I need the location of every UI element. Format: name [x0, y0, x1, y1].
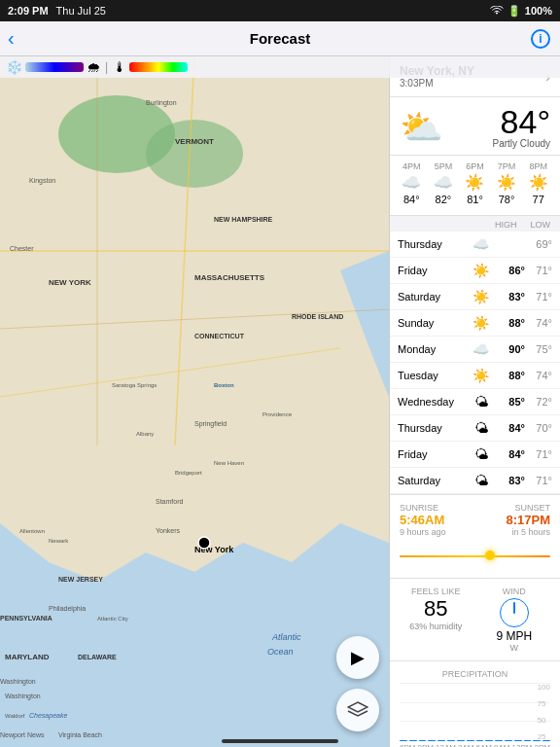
daily-low: 72° [525, 396, 552, 408]
hourly-item: 5PM ☁️ 82° [428, 161, 460, 205]
temp-legend [129, 62, 188, 72]
hourly-time: 7PM [498, 161, 516, 171]
play-button[interactable]: ▶ [336, 636, 379, 679]
precip-bar-wrap [428, 683, 436, 741]
svg-text:Springfield: Springfield [194, 420, 227, 428]
daily-forecast: Thursday ☁️ 69° Friday ☀️ 86° 71° Saturd… [390, 231, 560, 494]
hourly-icon: ☁️ [434, 173, 453, 192]
sunset-time: 8:17PM [506, 513, 550, 527]
wind-direction: W [510, 643, 519, 653]
svg-point-4 [146, 120, 243, 188]
precip-chart [400, 683, 550, 741]
svg-marker-46 [348, 702, 368, 712]
svg-text:Washington: Washington [5, 693, 41, 700]
weather-panel: New York, NY 3:03PM › ⛅ 84° Partly Cloud… [389, 56, 560, 747]
high-label: HIGH [495, 220, 517, 230]
hourly-item: 6PM ☀️ 81° [459, 161, 491, 205]
svg-text:Yonkers: Yonkers [156, 527, 181, 534]
back-button[interactable]: ‹ [8, 27, 15, 50]
daily-hl-header: HIGH LOW [390, 216, 560, 231]
precip-bar [542, 740, 550, 741]
map-panel[interactable]: Kingston Burlington Chester NEW YORK VER… [0, 56, 389, 747]
precip-bar [495, 740, 503, 741]
daily-low: 70° [525, 422, 552, 434]
daily-day-name: Thursday [398, 238, 464, 250]
daily-day-name: Saturday [398, 291, 464, 302]
svg-text:Allentown: Allentown [19, 528, 45, 534]
temp-icon: 🌡 [113, 59, 126, 75]
daily-row: Wednesday 🌤 85° 72° [390, 389, 560, 415]
daily-weather-icon: ☀️ [464, 289, 498, 304]
svg-text:Newport News: Newport News [0, 731, 45, 739]
precip-bar [428, 740, 436, 741]
home-indicator [222, 739, 338, 743]
precip-bar [447, 740, 455, 741]
svg-text:Virginia Beach: Virginia Beach [58, 731, 102, 739]
precip-bar-wrap [457, 683, 465, 741]
precip-x-labels: 6PM9PM12AM3AM6AM9AM12PM3PM [400, 743, 550, 747]
precipitation-section: PRECIPITATION 100755025 6PM9PM12AM3AM6AM… [390, 661, 560, 747]
wind-value: 9 MPH [496, 629, 532, 643]
svg-text:Waldorf: Waldorf [5, 713, 25, 719]
precip-bar [419, 740, 427, 741]
divider: | [105, 60, 108, 74]
info-button[interactable]: i [531, 29, 550, 49]
daily-low: 75° [525, 343, 552, 355]
sunset-sub: in 5 hours [506, 527, 550, 537]
precip-bar [485, 740, 493, 741]
daily-high: 83° [498, 291, 525, 302]
wind-block: WIND 9 MPH W [478, 587, 550, 653]
sunrise-block: SUNRISE 5:46AM 9 hours ago [400, 503, 446, 537]
svg-text:Atlantic: Atlantic [271, 632, 301, 642]
daily-row: Thursday 🌤 84° 70° [390, 415, 560, 442]
daily-day-name: Monday [398, 343, 464, 355]
daily-weather-icon: ☀️ [464, 263, 498, 278]
precip-x-label: 12AM [436, 743, 456, 747]
sun-row: SUNRISE 5:46AM 9 hours ago SUNSET 8:17PM… [400, 503, 550, 537]
svg-point-42 [198, 537, 210, 549]
feels-like-value: 85 [424, 596, 447, 622]
svg-text:DELAWARE: DELAWARE [78, 654, 117, 660]
layers-button[interactable] [336, 689, 379, 731]
svg-text:Boston: Boston [214, 382, 234, 388]
daily-high: 90° [498, 343, 525, 355]
status-bar: 2:09 PM Thu Jul 25 🔋 100% [0, 0, 560, 21]
status-left: 2:09 PM Thu Jul 25 [8, 5, 106, 17]
precip-bar [514, 740, 522, 741]
precip-x-label: 9PM [418, 743, 434, 747]
precip-bar-wrap [533, 683, 541, 741]
precip-bar-wrap [476, 683, 484, 741]
hourly-temp: 82° [436, 194, 452, 205]
precip-bar-wrap [485, 683, 493, 741]
hourly-item: 4PM ☁️ 84° [396, 161, 428, 205]
hourly-icon: ☀️ [529, 173, 548, 192]
svg-text:Chesapeake: Chesapeake [29, 712, 67, 720]
svg-text:Burlington: Burlington [146, 99, 177, 107]
precip-bar [524, 740, 532, 741]
hourly-icon: ☀️ [497, 173, 516, 192]
hourly-icon: ☀️ [465, 173, 484, 192]
svg-text:NEW HAMPSHIRE: NEW HAMPSHIRE [214, 216, 273, 223]
svg-text:Newark: Newark [49, 538, 69, 544]
svg-text:Philadelphia: Philadelphia [49, 605, 86, 613]
daily-high: 83° [498, 475, 525, 486]
current-temperature: 84° [501, 105, 550, 138]
feels-wind: FEELS LIKE 85 63% humidity WIND 9 MPH W [390, 579, 560, 661]
precip-bar-wrap [524, 683, 532, 741]
daily-row: Friday 🌤 84° 71° [390, 442, 560, 468]
precip-bar-wrap [409, 683, 417, 741]
daily-day-name: Thursday [398, 422, 464, 434]
svg-text:PENNSYLVANIA: PENNSYLVANIA [0, 615, 52, 622]
daily-weather-icon: ☀️ [464, 368, 498, 383]
svg-text:Stamford: Stamford [156, 498, 184, 505]
precip-bar-wrap [514, 683, 522, 741]
daily-row: Saturday ☀️ 83° 71° [390, 284, 560, 310]
map: Kingston Burlington Chester NEW YORK VER… [0, 56, 389, 747]
low-label: LOW [530, 220, 550, 230]
daily-row: Monday ☁️ 90° 75° [390, 337, 560, 363]
precip-bar-wrap [467, 683, 474, 741]
daily-row: Sunday ☀️ 88° 74° [390, 310, 560, 337]
daily-high: 86° [498, 265, 525, 276]
hourly-forecast: 4PM ☁️ 84° 5PM ☁️ 82° 6PM ☀️ 81° 7PM ☀️ … [390, 156, 560, 216]
status-right: 🔋 100% [490, 5, 552, 18]
